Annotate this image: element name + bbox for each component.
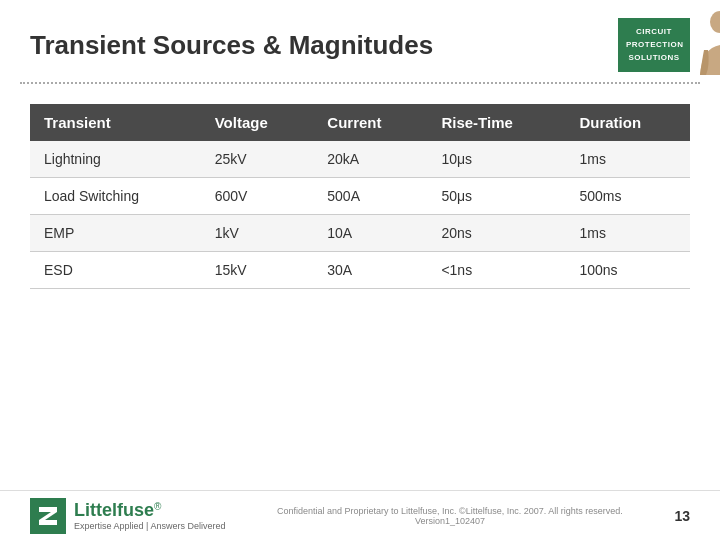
footer-brand: Littelfuse® Expertise Applied | Answers …	[74, 500, 225, 531]
table-cell-0-2: 20kA	[313, 141, 427, 178]
svg-point-0	[710, 11, 720, 33]
table-cell-0-4: 1ms	[565, 141, 690, 178]
table-cell-3-1: 15kV	[201, 252, 314, 289]
table-cell-1-1: 600V	[201, 178, 314, 215]
footer-tagline: Expertise Applied | Answers Delivered	[74, 521, 225, 531]
table-cell-1-0: Load Switching	[30, 178, 201, 215]
header-badge-area: CIRCUIT PROTECTION SOLUTIONS	[618, 18, 690, 72]
table-row: Lightning25kV20kA10μs1ms	[30, 141, 690, 178]
table-header-row: Transient Voltage Current Rise-Time Dura…	[30, 104, 690, 141]
table-cell-1-4: 500ms	[565, 178, 690, 215]
transient-table: Transient Voltage Current Rise-Time Dura…	[30, 104, 690, 289]
table-row: ESD15kV30A<1ns100ns	[30, 252, 690, 289]
table-cell-0-3: 10μs	[427, 141, 565, 178]
col-header-voltage: Voltage	[201, 104, 314, 141]
table-cell-3-2: 30A	[313, 252, 427, 289]
badge-line3: SOLUTIONS	[626, 52, 682, 65]
table-cell-2-0: EMP	[30, 215, 201, 252]
table-cell-0-1: 25kV	[201, 141, 314, 178]
page-title: Transient Sources & Magnitudes	[30, 30, 433, 61]
table-row: Load Switching600V500A50μs500ms	[30, 178, 690, 215]
table-cell-2-3: 20ns	[427, 215, 565, 252]
z-icon	[36, 504, 60, 528]
badge-line1: CIRCUIT	[626, 26, 682, 39]
main-content: Transient Voltage Current Rise-Time Dura…	[0, 104, 720, 289]
littelfuse-logo-icon	[30, 498, 66, 534]
col-header-transient: Transient	[30, 104, 201, 141]
circuit-protection-badge: CIRCUIT PROTECTION SOLUTIONS	[618, 18, 690, 72]
page-footer: Littelfuse® Expertise Applied | Answers …	[0, 490, 720, 540]
table-cell-2-4: 1ms	[565, 215, 690, 252]
footer-logo-text: Littelfuse®	[74, 500, 225, 521]
col-header-duration: Duration	[565, 104, 690, 141]
table-cell-3-3: <1ns	[427, 252, 565, 289]
table-cell-3-0: ESD	[30, 252, 201, 289]
person-silhouette-icon	[690, 10, 720, 80]
col-header-rise-time: Rise-Time	[427, 104, 565, 141]
table-cell-3-4: 100ns	[565, 252, 690, 289]
svg-marker-1	[39, 507, 57, 525]
header-divider	[20, 82, 700, 84]
table-cell-1-2: 500A	[313, 178, 427, 215]
footer-logo-area: Littelfuse® Expertise Applied | Answers …	[30, 498, 225, 534]
table-cell-1-3: 50μs	[427, 178, 565, 215]
col-header-current: Current	[313, 104, 427, 141]
table-cell-2-1: 1kV	[201, 215, 314, 252]
page-header: Transient Sources & Magnitudes CIRCUIT P…	[0, 0, 720, 82]
footer-confidential: Confidential and Proprietary to Littelfu…	[225, 506, 674, 526]
page-number: 13	[674, 508, 690, 524]
table-cell-2-2: 10A	[313, 215, 427, 252]
table-cell-0-0: Lightning	[30, 141, 201, 178]
table-row: EMP1kV10A20ns1ms	[30, 215, 690, 252]
badge-line2: PROTECTION	[626, 39, 682, 52]
